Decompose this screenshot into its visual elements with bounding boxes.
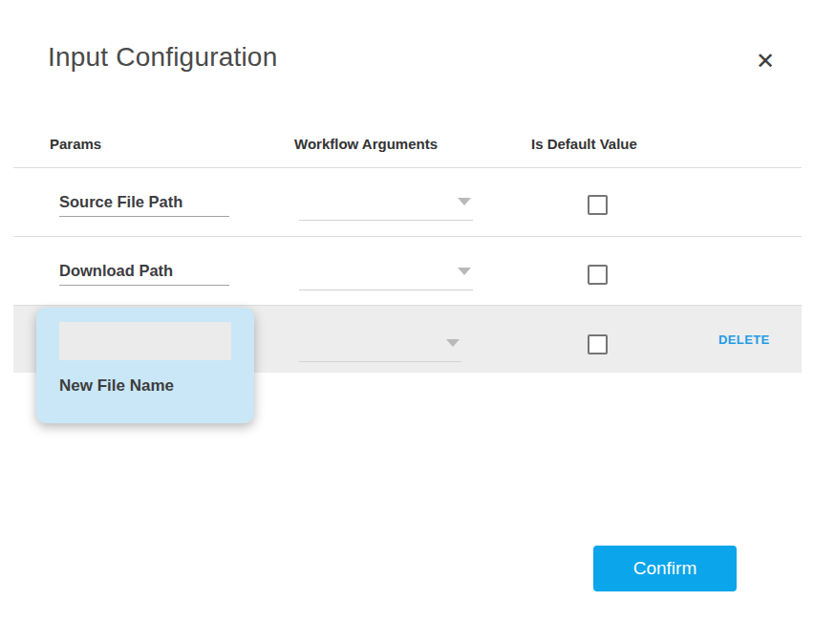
close-button[interactable]: ✕ (748, 44, 782, 78)
column-header-params: Params (50, 136, 101, 152)
column-header-workflow-arguments: Workflow Arguments (294, 136, 438, 152)
new-param-name-input[interactable] (59, 322, 231, 360)
new-param-tooltip: New File Name (36, 308, 254, 423)
workflow-argument-dropdown[interactable] (299, 197, 473, 221)
tooltip-label: New File Name (59, 376, 174, 396)
chevron-down-icon (458, 198, 471, 205)
delete-button[interactable]: DELETE (718, 333, 770, 347)
confirm-button[interactable]: Confirm (593, 546, 737, 591)
chevron-down-icon (458, 268, 471, 275)
workflow-argument-dropdown[interactable] (299, 267, 473, 290)
input-configuration-dialog: Input Configuration ✕ Params Workflow Ar… (0, 0, 814, 644)
page-title: Input Configuration (48, 42, 277, 73)
is-default-checkbox[interactable] (588, 265, 608, 285)
close-icon: ✕ (756, 48, 775, 74)
column-header-is-default-value: Is Default Value (531, 136, 637, 152)
param-input-source-file-path[interactable] (59, 187, 229, 217)
is-default-checkbox[interactable] (588, 334, 608, 354)
header-divider (13, 167, 802, 168)
param-input-download-path[interactable] (59, 256, 229, 286)
row-divider (13, 236, 802, 237)
workflow-argument-dropdown[interactable] (299, 338, 461, 362)
is-default-checkbox[interactable] (588, 195, 608, 215)
chevron-down-icon (446, 339, 460, 347)
